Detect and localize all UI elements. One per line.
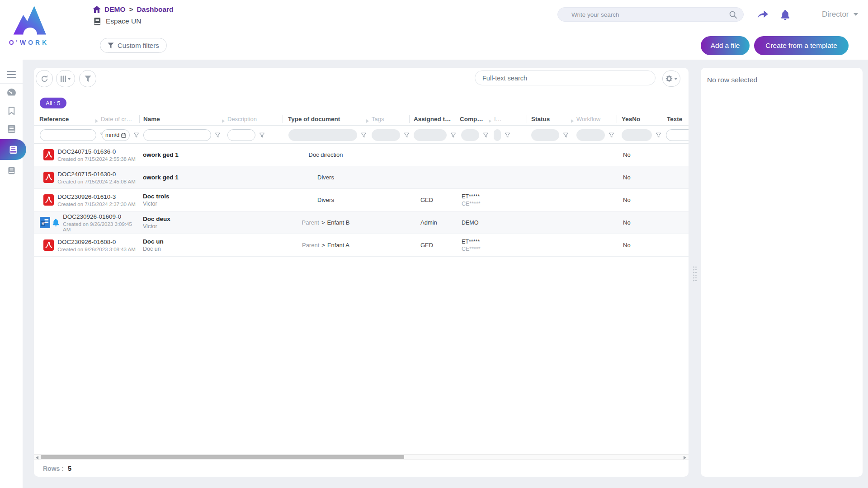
breadcrumb-home[interactable]: DEMO xyxy=(104,5,126,14)
filter-menu-8[interactable] xyxy=(505,132,510,140)
filter-menu-1[interactable] xyxy=(133,132,139,140)
sidebar-item-dashboard[interactable] xyxy=(0,84,23,102)
filter-menu-2[interactable] xyxy=(215,132,221,140)
add-file-button[interactable]: Add a file xyxy=(701,36,750,55)
filter-input-0[interactable] xyxy=(40,129,96,141)
column-header-9[interactable]: Status xyxy=(531,116,550,122)
filter-funnel-icon[interactable] xyxy=(656,132,661,138)
expand-column-icon[interactable] xyxy=(488,119,492,123)
filter-funnel-icon[interactable] xyxy=(215,132,221,138)
panel-resize-handle[interactable] xyxy=(693,266,697,282)
filter-funnel-icon[interactable] xyxy=(361,132,367,138)
filter-menu-9[interactable] xyxy=(563,132,569,140)
sidebar-item-archive[interactable] xyxy=(0,161,23,179)
custom-filters-button[interactable]: Custom filters xyxy=(100,38,167,53)
column-header-10[interactable]: Workflow xyxy=(576,116,600,122)
speedometer-icon xyxy=(7,88,16,98)
home-icon[interactable] xyxy=(93,6,101,13)
column-header-12[interactable]: Texte xyxy=(667,116,682,122)
assigned-cell: Admin xyxy=(409,211,457,234)
table-row[interactable]: w DOC230926-01608-0 Created on 9/26/2023… xyxy=(34,234,689,257)
scrollbar-thumb[interactable] xyxy=(41,455,404,459)
filter-menu-6[interactable] xyxy=(450,132,456,140)
share-button[interactable] xyxy=(757,10,769,21)
search-icon[interactable] xyxy=(729,11,737,19)
column-expand-10[interactable] xyxy=(571,117,574,125)
column-expand-8[interactable] xyxy=(488,117,492,125)
fulltext-search-input[interactable] xyxy=(482,75,648,82)
column-header-3[interactable]: Description xyxy=(227,116,257,122)
user-role-menu[interactable]: Director xyxy=(822,10,858,19)
create-from-template-button[interactable]: Create from a template xyxy=(754,36,849,55)
fulltext-search[interactable] xyxy=(475,70,656,85)
global-search-input[interactable] xyxy=(571,11,729,18)
column-header-1[interactable]: Date of cr… xyxy=(101,116,132,122)
filter-funnel-icon[interactable] xyxy=(483,132,489,138)
expand-column-icon[interactable] xyxy=(571,119,574,123)
column-header-4[interactable]: Type of document xyxy=(288,116,340,122)
filter-menu-11[interactable] xyxy=(656,132,661,140)
assigned-cell xyxy=(409,144,457,166)
yesno-value: No xyxy=(623,242,663,249)
column-header-11[interactable]: YesNo xyxy=(622,116,640,122)
table-row[interactable]: w DOC240715-01630-0 Created on 7/15/2024… xyxy=(34,166,689,189)
filter-funnel-icon[interactable] xyxy=(505,132,510,138)
document-subtitle: Victor xyxy=(143,201,222,207)
filter-menu-7[interactable] xyxy=(483,132,489,140)
filter-funnel-icon[interactable] xyxy=(609,132,614,138)
column-expand-3[interactable] xyxy=(222,117,225,125)
sidebar-menu-toggle[interactable] xyxy=(0,66,23,83)
scroll-right-arrow[interactable] xyxy=(684,456,686,460)
tags-cell xyxy=(363,211,409,234)
column-header-6[interactable]: Assigned t… xyxy=(414,116,451,122)
filter-menu-4[interactable] xyxy=(361,132,367,140)
chevron-down-icon xyxy=(674,78,678,80)
scroll-left-arrow[interactable] xyxy=(36,456,38,460)
tab-all-count[interactable]: All : 5 xyxy=(40,98,66,108)
filter-funnel-icon[interactable] xyxy=(563,132,569,138)
expand-column-icon[interactable] xyxy=(222,119,225,123)
i-cell xyxy=(486,234,527,256)
filter-funnel-icon[interactable] xyxy=(450,132,456,138)
filter-menu-5[interactable] xyxy=(404,132,410,140)
column-header-2[interactable]: Name xyxy=(143,116,160,122)
global-search[interactable] xyxy=(557,7,744,22)
column-header-7[interactable]: Comp… xyxy=(460,116,483,122)
column-header-5[interactable]: Tags xyxy=(372,116,384,122)
filter-funnel-icon[interactable] xyxy=(259,132,265,138)
filter-funnel-icon[interactable] xyxy=(404,132,410,138)
column-divider xyxy=(527,115,527,123)
refresh-button[interactable] xyxy=(36,70,53,87)
word-file-icon: w xyxy=(40,217,50,228)
user-role-label: Director xyxy=(822,10,849,19)
column-expand-1[interactable] xyxy=(95,117,99,125)
app-logo[interactable]: O'WORK xyxy=(6,3,52,46)
filter-input-1[interactable]: mm/d xyxy=(102,129,130,141)
notifications-button[interactable] xyxy=(781,10,790,21)
table-row[interactable]: w DOC230926-01609-0 Created on 9/26/2023… xyxy=(34,211,689,234)
columns-button[interactable] xyxy=(56,70,75,87)
settings-button[interactable] xyxy=(662,70,680,87)
sidebar-item-documents[interactable] xyxy=(0,120,23,138)
filter-input-12[interactable] xyxy=(666,129,689,141)
expand-column-icon[interactable] xyxy=(95,119,99,123)
column-header-0[interactable]: Reference xyxy=(39,116,69,122)
column-expand-5[interactable] xyxy=(366,117,369,125)
breadcrumb: DEMO > Dashboard xyxy=(93,5,174,14)
table-row[interactable]: w DOC230926-01610-3 Created on 7/15/2024… xyxy=(34,189,689,211)
column-header-8[interactable]: I… xyxy=(494,116,502,122)
filter-input-2[interactable] xyxy=(143,129,211,141)
filter-funnel-icon[interactable] xyxy=(133,132,139,138)
filters-button[interactable] xyxy=(79,70,96,87)
filter-input-3[interactable] xyxy=(227,129,255,141)
sidebar-item-bookmarks[interactable] xyxy=(0,102,23,120)
table-row[interactable]: w DOC240715-01636-0 Created on 7/15/2024… xyxy=(34,144,689,166)
type-separator: > xyxy=(321,242,325,249)
horizontal-scrollbar[interactable] xyxy=(34,454,689,460)
filter-menu-10[interactable] xyxy=(609,132,614,140)
breadcrumb-current[interactable]: Dashboard xyxy=(137,5,174,14)
expand-column-icon[interactable] xyxy=(366,119,369,123)
sidebar-item-espace-un-active[interactable] xyxy=(0,139,26,160)
type-value: Enfant A xyxy=(327,242,349,249)
filter-menu-3[interactable] xyxy=(259,132,265,140)
